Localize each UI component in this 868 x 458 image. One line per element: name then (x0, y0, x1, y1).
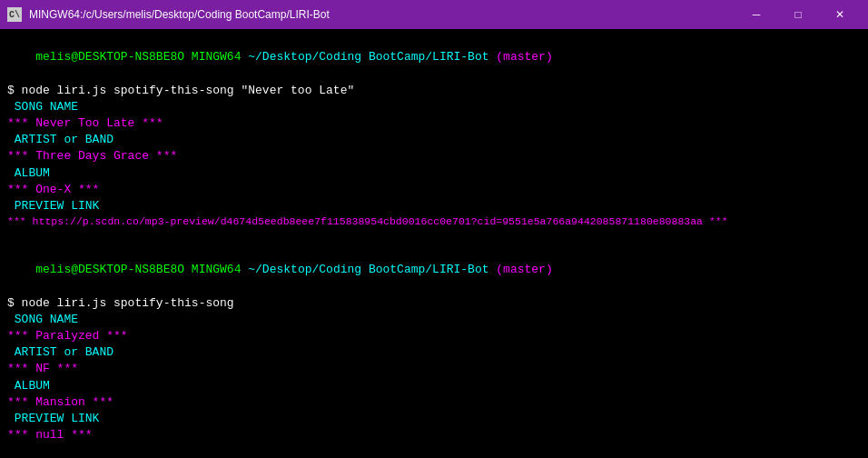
prompt-user-2: melis@DESKTOP-NS8BE8O MINGW64 (35, 263, 241, 276)
value-artist-1: *** Three Days Grace *** (7, 148, 861, 164)
label-preview-1: PREVIEW LINK (7, 198, 861, 214)
label-album-2: ALBUM (7, 378, 861, 394)
window-controls: ─ □ ✕ (735, 0, 861, 29)
prompt-branch-1: (master) (489, 50, 553, 64)
prompt-user-1: melis@DESKTOP-NS8BE8O MINGW64 (35, 50, 241, 64)
value-song-name-1: *** Never Too Late *** (7, 115, 861, 132)
close-button[interactable]: ✕ (819, 0, 861, 29)
value-album-1: *** One-X *** (7, 182, 861, 198)
label-song-name-2: SONG NAME (7, 312, 861, 328)
minimize-button[interactable]: ─ (735, 0, 777, 29)
prompt-line-2: melis@DESKTOP-NS8BE8O MINGW64 ~/Desktop/… (7, 245, 861, 295)
prompt-path-2: ~/Desktop/Coding BootCamp/LIRI-Bot (241, 263, 488, 276)
value-artist-2: *** NF *** (7, 361, 861, 377)
value-preview-2: *** null *** (7, 427, 861, 443)
value-song-name-2: *** Paralyzed *** (7, 328, 861, 344)
command-line-2: $ node liri.js spotify-this-song (7, 295, 861, 312)
maximize-button[interactable]: □ (777, 0, 819, 29)
value-album-2: *** Mansion *** (7, 394, 861, 411)
label-album-1: ALBUM (7, 165, 861, 182)
terminal-icon: C\ (7, 7, 22, 22)
command-line-1: $ node liri.js spotify-this-song "Never … (7, 83, 861, 99)
value-preview-1: *** https://p.scdn.co/mp3-preview/d4674d… (7, 214, 861, 229)
prompt-line-1: melis@DESKTOP-NS8BE8O MINGW64 ~/Desktop/… (7, 33, 861, 83)
terminal-area: melis@DESKTOP-NS8BE8O MINGW64 ~/Desktop/… (0, 29, 868, 458)
window-title: MINGW64:/c/Users/melis/Desktop/Coding Bo… (29, 8, 330, 21)
label-artist-1: ARTIST or BAND (7, 132, 861, 148)
prompt-branch-2: (master) (489, 263, 553, 276)
label-preview-2: PREVIEW LINK (7, 411, 861, 427)
title-bar: C\ MINGW64:/c/Users/melis/Desktop/Coding… (0, 0, 868, 29)
prompt-path-1: ~/Desktop/Coding BootCamp/LIRI-Bot (241, 50, 488, 64)
label-song-name-1: SONG NAME (7, 99, 861, 115)
label-artist-2: ARTIST or BAND (7, 344, 861, 361)
